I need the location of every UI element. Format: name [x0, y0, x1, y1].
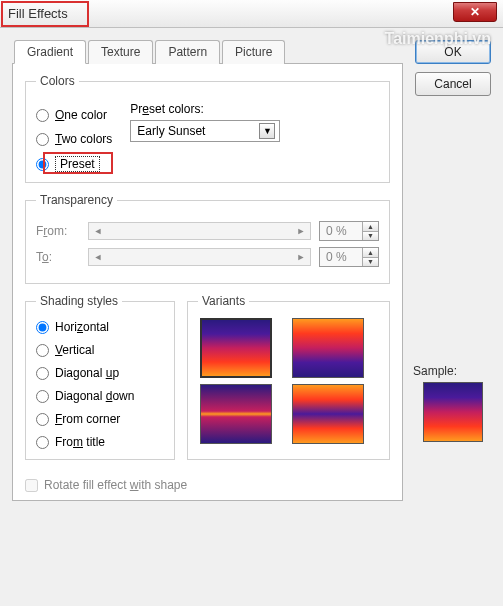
- chevron-right-icon[interactable]: ►: [294, 224, 308, 238]
- from-slider[interactable]: ◄ ►: [88, 222, 311, 240]
- tab-strip: Gradient Texture Pattern Picture: [12, 40, 403, 64]
- variant-1[interactable]: [200, 318, 272, 378]
- chevron-right-icon[interactable]: ►: [294, 250, 308, 264]
- title-bar: Fill Effects ✕: [0, 0, 503, 28]
- from-spinbox[interactable]: 0 % ▲▼: [319, 221, 379, 241]
- radio-from-title[interactable]: From title: [36, 435, 164, 449]
- tab-picture[interactable]: Picture: [222, 40, 285, 64]
- radio-one-color-input[interactable]: [36, 109, 49, 122]
- sample-label: Sample:: [413, 364, 457, 378]
- to-value: 0 %: [326, 250, 347, 264]
- to-spinbox[interactable]: 0 % ▲▼: [319, 247, 379, 267]
- radio-horizontal[interactable]: Horizontal: [36, 320, 164, 334]
- radio-from-corner[interactable]: From corner: [36, 412, 164, 426]
- variant-3[interactable]: [200, 384, 272, 444]
- variants-legend: Variants: [198, 294, 249, 308]
- transparency-legend: Transparency: [36, 193, 117, 207]
- radio-preset-label: Preset: [55, 156, 100, 172]
- tab-texture[interactable]: Texture: [88, 40, 153, 64]
- preset-colors-label: Preset colors:: [130, 102, 280, 116]
- radio-two-colors[interactable]: Two colors: [36, 132, 112, 146]
- rotate-label: Rotate fill effect with shape: [44, 478, 187, 492]
- radio-two-colors-label: Two colors: [55, 132, 112, 146]
- shading-legend: Shading styles: [36, 294, 122, 308]
- from-value: 0 %: [326, 224, 347, 238]
- colors-group: Colors One color Two colors: [25, 74, 390, 183]
- radio-vertical[interactable]: Vertical: [36, 343, 164, 357]
- dialog-body: Gradient Texture Pattern Picture Colors …: [0, 28, 503, 606]
- to-slider[interactable]: ◄ ►: [88, 248, 311, 266]
- spin-down-icon[interactable]: ▼: [362, 232, 378, 241]
- chevron-left-icon[interactable]: ◄: [91, 224, 105, 238]
- window-title: Fill Effects: [8, 6, 68, 21]
- cancel-button[interactable]: Cancel: [415, 72, 491, 96]
- ok-button[interactable]: OK: [415, 40, 491, 64]
- sample-swatch: [423, 382, 483, 442]
- close-button[interactable]: ✕: [453, 2, 497, 22]
- variant-4[interactable]: [292, 384, 364, 444]
- from-label: From:: [36, 224, 80, 238]
- spin-up-icon[interactable]: ▲: [362, 248, 378, 258]
- transparency-group: Transparency From: ◄ ► 0 % ▲▼ To: ◄: [25, 193, 390, 284]
- chevron-left-icon[interactable]: ◄: [91, 250, 105, 264]
- to-label: To:: [36, 250, 80, 264]
- shading-group: Shading styles Horizontal Vertical Diago…: [25, 294, 175, 460]
- variants-group: Variants: [187, 294, 390, 460]
- radio-diagonal-up[interactable]: Diagonal up: [36, 366, 164, 380]
- chevron-down-icon[interactable]: ▼: [259, 123, 275, 139]
- variant-2[interactable]: [292, 318, 364, 378]
- tab-gradient[interactable]: Gradient: [14, 40, 86, 64]
- spin-down-icon[interactable]: ▼: [362, 258, 378, 267]
- tab-pattern[interactable]: Pattern: [155, 40, 220, 64]
- gradient-panel: Colors One color Two colors: [12, 63, 403, 501]
- spin-up-icon[interactable]: ▲: [362, 222, 378, 232]
- radio-one-color-label: One color: [55, 108, 107, 122]
- radio-two-colors-input[interactable]: [36, 133, 49, 146]
- close-icon: ✕: [470, 5, 480, 19]
- preset-colors-dropdown[interactable]: Early Sunset ▼: [130, 120, 280, 142]
- radio-one-color[interactable]: One color: [36, 108, 112, 122]
- rotate-checkbox-row[interactable]: Rotate fill effect with shape: [25, 478, 390, 492]
- preset-colors-value: Early Sunset: [137, 124, 205, 138]
- colors-legend: Colors: [36, 74, 79, 88]
- radio-preset-input[interactable]: [36, 158, 49, 171]
- radio-diagonal-down[interactable]: Diagonal down: [36, 389, 164, 403]
- rotate-checkbox[interactable]: [25, 479, 38, 492]
- radio-preset[interactable]: Preset: [36, 156, 112, 172]
